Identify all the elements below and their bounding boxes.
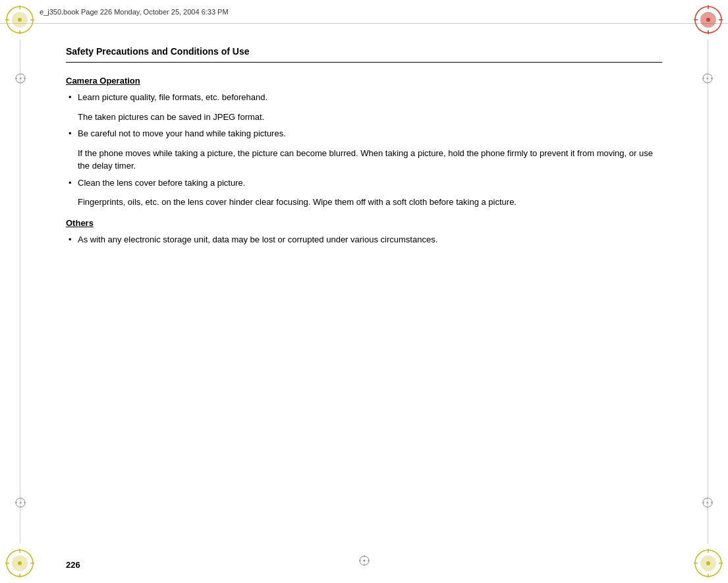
bullet-3-main: Clean the lens cover before taking a pic… [78, 178, 245, 188]
bullet-item-1: Learn picture quality, file formats, etc… [66, 91, 662, 104]
bullet-item-2: Be careful not to move your hand while t… [66, 127, 662, 140]
title-divider [66, 62, 662, 63]
others-bullet-1-main: As with any electronic storage unit, dat… [78, 235, 437, 244]
camera-bullet-list-3: Clean the lens cover before taking a pic… [66, 177, 662, 190]
camera-bullet-list-2: Be careful not to move your hand while t… [66, 127, 662, 140]
bullet-2-main: Be careful not to move your hand while t… [78, 128, 286, 138]
bullet-1-main: Learn picture quality, file formats, etc… [78, 92, 267, 102]
corner-decoration-tl [4, 4, 36, 36]
side-mark-left-top [14, 72, 26, 86]
page-number: 226 [66, 560, 80, 570]
svg-point-27 [706, 561, 710, 565]
svg-point-57 [363, 560, 365, 562]
svg-point-13 [706, 18, 710, 22]
bullet-item-3: Clean the lens cover before taking a pic… [66, 177, 662, 190]
section-others: Others As with any electronic storage un… [66, 218, 662, 246]
section-heading-camera: Camera Operation [66, 76, 662, 86]
svg-point-6 [18, 18, 22, 22]
border-left [20, 40, 20, 543]
side-mark-left-bottom [14, 497, 26, 511]
others-bullet-list: As with any electronic storage unit, dat… [66, 233, 662, 246]
corner-decoration-tr [692, 4, 724, 36]
camera-bullet-list: Learn picture quality, file formats, etc… [66, 91, 662, 104]
page-container: e_j350.book Page 226 Monday, October 25,… [0, 0, 728, 583]
corner-decoration-bl [4, 547, 36, 579]
side-mark-bottom-center [358, 555, 370, 569]
others-bullet-item-1: As with any electronic storage unit, dat… [66, 233, 662, 246]
bullet-3-sub: Fingerprints, oils, etc. on the lens cov… [66, 196, 662, 209]
section-camera-operation: Camera Operation Learn picture quality, … [66, 76, 662, 209]
page-title: Safety Precautions and Conditions of Use [66, 46, 662, 57]
border-right [708, 40, 708, 543]
section-heading-others: Others [66, 218, 662, 228]
bullet-1-sub: The taken pictures can be saved in JPEG … [66, 111, 662, 124]
header-text: e_j350.book Page 226 Monday, October 25,… [40, 8, 229, 16]
header-bar: e_j350.book Page 226 Monday, October 25,… [0, 0, 728, 24]
bullet-2-sub: If the phone moves while taking a pictur… [66, 147, 662, 173]
svg-point-20 [18, 561, 22, 565]
corner-decoration-br [692, 547, 724, 579]
content-area: Safety Precautions and Conditions of Use… [66, 46, 662, 543]
